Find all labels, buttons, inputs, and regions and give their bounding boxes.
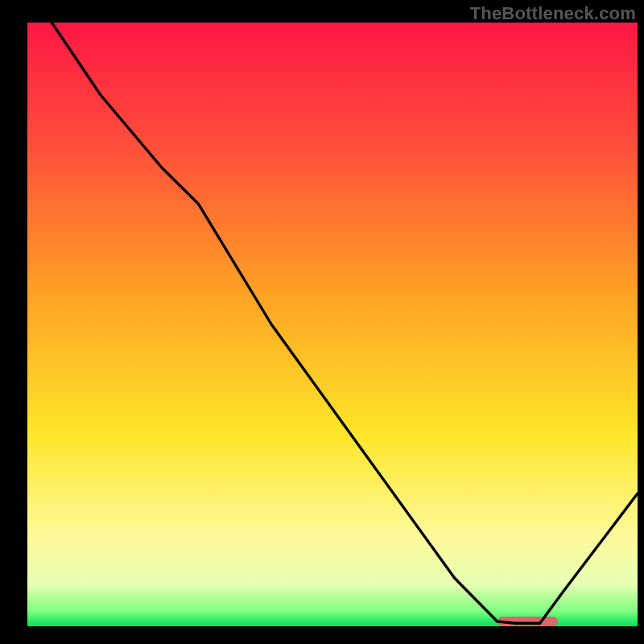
watermark-text: TheBottleneck.com	[470, 3, 636, 24]
bottleneck-curve	[27, 23, 638, 626]
bottleneck-chart: TheBottleneck.com	[0, 0, 644, 644]
x-axis-gutter	[0, 626, 644, 644]
plot-area	[27, 23, 638, 626]
bottleneck-curve-path	[52, 23, 638, 623]
y-axis-gutter	[0, 0, 27, 644]
